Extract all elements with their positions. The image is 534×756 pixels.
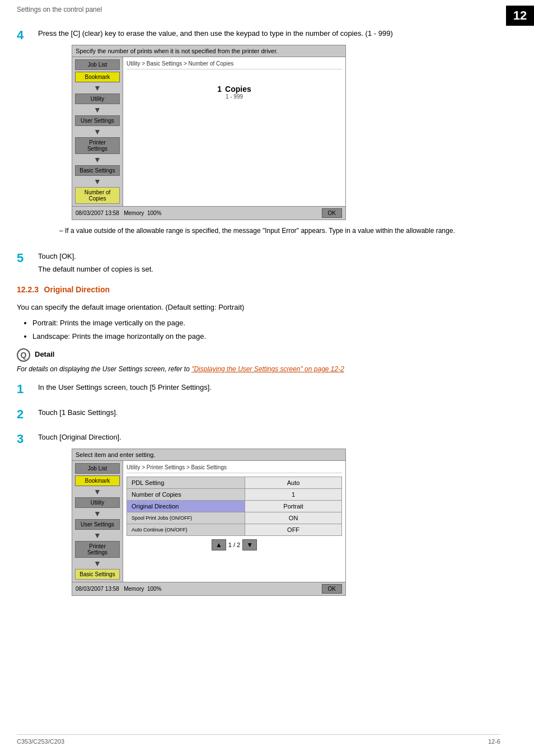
detail-box-wrapper: Q Detail For details on displaying the U…	[17, 348, 500, 374]
pager-up-btn[interactable]: ▲	[212, 539, 226, 550]
copies-value: 1 Copies	[217, 85, 251, 94]
screen1-sidebar: Job List Bookmark ▼ Utility ▼ User Setti…	[72, 57, 123, 206]
screen1-path: Utility > Basic Settings > Number of Cop…	[127, 60, 342, 69]
section-number: 12.2.3	[17, 285, 39, 294]
settings-table: PDL Setting Auto Number of Copies 1 Orig…	[127, 477, 342, 536]
screen2-sidebar-basicsettings[interactable]: Basic Settings	[75, 569, 120, 580]
copies-display: 1 Copies 1 - 999	[127, 73, 342, 112]
sub-step-1-block: 1 In the User Settings screen, touch [5 …	[17, 382, 500, 396]
section-title: Original Direction	[44, 285, 110, 294]
sidebar-arrow-2: ▼	[93, 106, 101, 114]
sub-step-3-number: 3	[17, 432, 24, 446]
screen2-arrow-2: ▼	[93, 510, 101, 517]
step-4-block: 4 Press the [C] (clear) key to erase the…	[17, 28, 500, 241]
spool-label: Spool Print Jobs (ON/OFF)	[127, 512, 245, 524]
footer-left: C353/C253/C203	[17, 738, 64, 745]
footer-right: 12-6	[488, 738, 500, 745]
screen2-arrow-4: ▼	[93, 559, 101, 567]
pager-row: ▲ 1 / 2 ▼	[127, 539, 342, 550]
sidebar-btn-numberofcopies[interactable]: Number of Copies	[75, 187, 120, 204]
pager-text: 1 / 2	[228, 542, 240, 548]
screen2-sidebar-utility[interactable]: Utility	[75, 497, 120, 508]
step-5-number: 5	[17, 251, 24, 265]
screen1-tooltip: Specify the number of prints when it is …	[72, 45, 345, 57]
sub-step-2-number: 2	[17, 407, 24, 422]
pager-down-btn[interactable]: ▼	[242, 539, 257, 550]
screen1-main: Utility > Basic Settings > Number of Cop…	[123, 57, 345, 206]
screen2-main: Utility > Printer Settings > Basic Setti…	[123, 461, 345, 582]
sub-step-1-text: In the User Settings screen, touch [5 Pr…	[38, 382, 500, 393]
sidebar-arrow-1: ▼	[93, 84, 101, 92]
screen2: Select item and enter setting. Job List …	[72, 449, 346, 596]
section-desc: You can specify the default image orient…	[17, 302, 500, 314]
screen1-footer-date: 08/03/2007 13:58 Memory 100%	[76, 210, 161, 216]
page-number-box: 12	[506, 6, 534, 26]
step-4-dash-note: – If a value outside of the allowable ra…	[59, 226, 500, 236]
step-5-block: 5 Touch [OK]. The default number of copi…	[17, 251, 500, 275]
table-row-copies[interactable]: Number of Copies 1	[127, 488, 342, 500]
step-4-number: 4	[17, 28, 24, 43]
screen2-tooltip: Select item and enter setting.	[72, 449, 345, 461]
screen2-footer: 08/03/2007 13:58 Memory 100% OK	[72, 582, 345, 595]
sidebar-arrow-3: ▼	[93, 128, 101, 136]
copies-range: 1 - 999	[226, 94, 243, 100]
pdl-value: Auto	[245, 477, 342, 488]
detail-text: For details on displaying the User Setti…	[17, 364, 500, 374]
screen2-arrow-3: ▼	[93, 531, 101, 539]
orig-dir-value: Portrait	[245, 500, 342, 512]
step-5-subtext: The default number of copies is set.	[38, 264, 500, 275]
sidebar-btn-joblist[interactable]: Job List	[75, 59, 120, 70]
pdl-label: PDL Setting	[127, 477, 245, 488]
screen1-ok-btn[interactable]: OK	[322, 208, 342, 218]
screen1-footer: 08/03/2007 13:58 Memory 100% OK	[72, 206, 345, 220]
table-row-pdl[interactable]: PDL Setting Auto	[127, 477, 342, 488]
screen2-footer-date: 08/03/2007 13:58 Memory 100%	[76, 586, 161, 592]
screen2-arrow-1: ▼	[93, 488, 101, 496]
screen2-sidebar-joblist[interactable]: Job List	[75, 463, 120, 474]
sidebar-btn-bookmark[interactable]: Bookmark	[75, 72, 120, 82]
table-row-spool[interactable]: Spool Print Jobs (ON/OFF) ON	[127, 512, 342, 524]
sidebar-arrow-4: ▼	[93, 156, 101, 164]
detail-link[interactable]: "Displaying the User Settings screen" on…	[191, 365, 344, 373]
sub-step-2-block: 2 Touch [1 Basic Settings].	[17, 407, 500, 422]
header-section: Settings on the control panel	[17, 6, 102, 13]
screen2-ok-btn[interactable]: OK	[322, 584, 342, 594]
orig-dir-label: Original Direction	[127, 500, 245, 512]
screen2-sidebar-usersettings[interactable]: User Settings	[75, 519, 120, 530]
step-4-text: Press the [C] (clear) key to erase the v…	[38, 28, 500, 39]
sidebar-btn-basicsettings[interactable]: Basic Settings	[75, 165, 120, 176]
screen1: Specify the number of prints when it is …	[72, 45, 346, 220]
footer-bar: C353/C253/C203 12-6	[17, 734, 500, 745]
sidebar-btn-usersettings[interactable]: User Settings	[75, 115, 120, 126]
copies-val: 1	[245, 488, 342, 500]
autocont-value: OFF	[245, 524, 342, 535]
screen2-sidebar-printersettings[interactable]: Printer Settings	[75, 541, 120, 558]
step-5-text: Touch [OK].	[38, 251, 500, 262]
sub-step-1-number: 1	[17, 382, 24, 396]
sub-step-3-text: Touch [Original Direction].	[38, 432, 500, 443]
sidebar-btn-utility[interactable]: Utility	[75, 94, 120, 104]
detail-title: Detail	[35, 350, 54, 358]
table-row-original-dir[interactable]: Original Direction Portrait	[127, 500, 342, 512]
copies-label: Number of Copies	[127, 488, 245, 500]
section-12-2-3: 12.2.3 Original Direction	[17, 285, 500, 294]
screen2-sidebar: Job List Bookmark ▼ Utility ▼ User Setti…	[72, 461, 123, 582]
bullet-list: Portrait: Prints the image vertically on…	[32, 316, 500, 343]
screen2-path: Utility > Printer Settings > Basic Setti…	[127, 464, 342, 473]
detail-icon: Q	[17, 348, 30, 362]
screen2-sidebar-bookmark[interactable]: Bookmark	[75, 475, 120, 486]
sidebar-btn-printersettings[interactable]: Printer Settings	[75, 137, 120, 154]
sub-step-3-block: 3 Touch [Original Direction]. Select ite…	[17, 432, 500, 601]
sidebar-arrow-5: ▼	[93, 178, 101, 185]
spool-value: ON	[245, 512, 342, 524]
bullet-item-portrait: Portrait: Prints the image vertically on…	[32, 316, 500, 329]
autocont-label: Auto Continue (ON/OFF)	[127, 524, 245, 535]
bullet-item-landscape: Landscape: Prints the image horizontally…	[32, 330, 500, 343]
sub-step-2-text: Touch [1 Basic Settings].	[38, 407, 500, 418]
table-row-autocont[interactable]: Auto Continue (ON/OFF) OFF	[127, 524, 342, 535]
